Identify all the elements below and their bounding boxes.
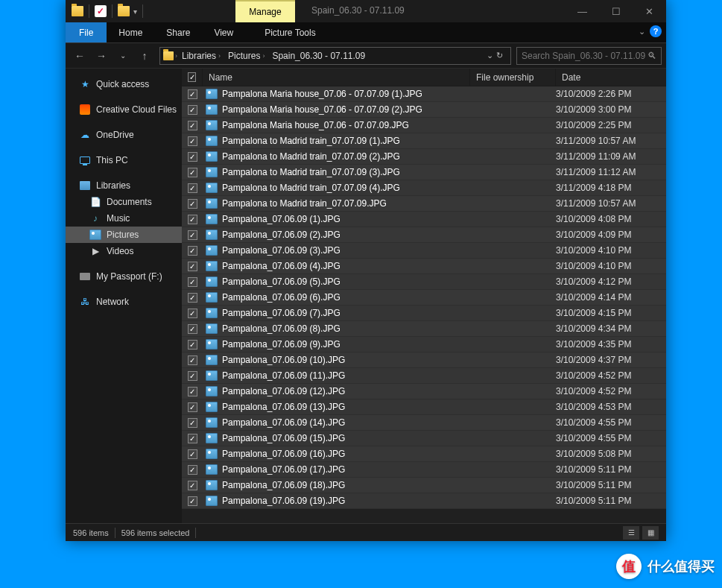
row-checkbox[interactable]: ✓ xyxy=(188,324,197,334)
chevron-right-icon[interactable]: › xyxy=(175,52,177,60)
thumbnails-view-button[interactable]: ▦ xyxy=(642,526,659,540)
file-menu[interactable]: File xyxy=(66,22,107,42)
row-checkbox[interactable]: ✓ xyxy=(188,89,197,99)
row-checkbox[interactable]: ✓ xyxy=(188,340,197,350)
file-row[interactable]: ✓Pampalona to Madrid train_07.07.09.JPG3… xyxy=(182,196,666,212)
sidebar-this-pc[interactable]: This PC xyxy=(66,152,182,168)
row-checkbox[interactable]: ✓ xyxy=(188,246,197,256)
chevron-down-icon[interactable]: ▾ xyxy=(133,7,137,16)
row-checkbox[interactable]: ✓ xyxy=(188,121,197,130)
row-checkbox[interactable]: ✓ xyxy=(188,215,197,224)
search-input[interactable] xyxy=(522,51,647,61)
details-view-button[interactable]: ☰ xyxy=(623,526,639,540)
file-row[interactable]: ✓Pampalona to Madrid train_07.07.09 (3).… xyxy=(182,165,666,180)
row-checkbox[interactable]: ✓ xyxy=(188,481,197,490)
row-checkbox[interactable]: ✓ xyxy=(188,136,197,146)
breadcrumb-libraries[interactable]: Libraries› xyxy=(179,51,224,61)
breadcrumb-pictures[interactable]: Pictures› xyxy=(225,51,267,61)
file-row[interactable]: ✓Pampalona_07.06.09 (9).JPG3/10/2009 4:3… xyxy=(182,337,666,353)
file-row[interactable]: ✓Pampalona to Madrid train_07.07.09 (1).… xyxy=(182,133,666,149)
back-button[interactable]: ← xyxy=(70,46,89,66)
file-row[interactable]: ✓Pampalona to Madrid train_07.07.09 (2).… xyxy=(182,149,666,165)
select-all-checkbox[interactable]: ✓ xyxy=(188,72,196,82)
file-row[interactable]: ✓Pampalona_07.06.09 (18).JPG3/10/2009 5:… xyxy=(182,478,666,493)
column-ownership[interactable]: File ownership xyxy=(470,69,556,86)
file-row[interactable]: ✓Pampalona Maria house_07.06 - 07.07.09.… xyxy=(182,118,666,133)
file-row[interactable]: ✓Pampalona_07.06.09 (11).JPG3/10/2009 4:… xyxy=(182,368,666,384)
row-checkbox[interactable]: ✓ xyxy=(188,434,197,443)
titlebar[interactable]: ✓ ▾ Manage Spain_06.30 - 07.11.09 — ☐ ✕ xyxy=(66,0,666,22)
sidebar-videos[interactable]: ▶Videos xyxy=(66,243,182,259)
sidebar-music[interactable]: ♪Music xyxy=(66,210,182,227)
sidebar-pictures[interactable]: Pictures xyxy=(66,227,182,243)
file-list[interactable]: ✓Pampalona Maria house_07.06 - 07.07.09 … xyxy=(182,86,666,523)
row-checkbox[interactable]: ✓ xyxy=(188,449,197,459)
up-button[interactable]: ↑ xyxy=(135,46,154,66)
tab-home[interactable]: Home xyxy=(107,22,154,42)
file-row[interactable]: ✓Pampalona_07.06.09 (16).JPG3/10/2009 5:… xyxy=(182,446,666,462)
file-row[interactable]: ✓Pampalona_07.06.09 (4).JPG3/10/2009 4:1… xyxy=(182,259,666,274)
row-checkbox[interactable]: ✓ xyxy=(188,105,197,115)
file-row[interactable]: ✓Pampalona_07.06.09 (13).JPG3/10/2009 4:… xyxy=(182,399,666,415)
row-checkbox[interactable]: ✓ xyxy=(188,309,197,318)
sidebar-my-passport[interactable]: My Passport (F:) xyxy=(66,268,182,285)
sidebar-quick-access[interactable]: ★Quick access xyxy=(66,76,182,92)
history-dropdown-icon[interactable]: ⌄ xyxy=(487,51,493,60)
row-checkbox[interactable]: ✓ xyxy=(188,496,197,506)
row-checkbox[interactable]: ✓ xyxy=(188,262,197,271)
file-row[interactable]: ✓Pampalona_07.06.09 (12).JPG3/10/2009 4:… xyxy=(182,384,666,399)
sidebar-libraries[interactable]: Libraries xyxy=(66,177,182,194)
file-row[interactable]: ✓Pampalona_07.06.09 (5).JPG3/10/2009 4:1… xyxy=(182,274,666,290)
address-bar[interactable]: › Libraries› Pictures› Spain_06.30 - 07.… xyxy=(159,47,511,65)
row-checkbox[interactable]: ✓ xyxy=(188,418,197,428)
breadcrumb-current[interactable]: Spain_06.30 - 07.11.09 xyxy=(269,51,368,61)
sidebar-onedrive[interactable]: ☁OneDrive xyxy=(66,127,182,143)
column-date[interactable]: Date xyxy=(556,69,666,86)
row-checkbox[interactable]: ✓ xyxy=(188,465,197,475)
row-checkbox[interactable]: ✓ xyxy=(188,199,197,209)
forward-button[interactable]: → xyxy=(92,46,111,66)
close-button[interactable]: ✕ xyxy=(633,0,666,22)
tab-view[interactable]: View xyxy=(202,22,245,42)
navigation-pane[interactable]: ★Quick access Creative Cloud Files ☁OneD… xyxy=(66,69,182,523)
refresh-icon[interactable]: ↻ xyxy=(496,51,503,60)
file-row[interactable]: ✓Pampalona_07.06.09 (1).JPG3/10/2009 4:0… xyxy=(182,212,666,227)
file-row[interactable]: ✓Pampalona_07.06.09 (17).JPG3/10/2009 5:… xyxy=(182,462,666,478)
file-row[interactable]: ✓Pampalona_07.06.09 (6).JPG3/10/2009 4:1… xyxy=(182,290,666,306)
row-checkbox[interactable]: ✓ xyxy=(188,402,197,412)
column-checkbox[interactable]: ✓ xyxy=(182,69,203,86)
file-row[interactable]: ✓Pampalona Maria house_07.06 - 07.07.09 … xyxy=(182,102,666,118)
search-box[interactable]: 🔍︎ xyxy=(516,47,662,65)
tab-share[interactable]: Share xyxy=(154,22,202,42)
row-checkbox[interactable]: ✓ xyxy=(188,387,197,396)
sidebar-creative-cloud[interactable]: Creative Cloud Files xyxy=(66,101,182,118)
file-row[interactable]: ✓Pampalona_07.06.09 (2).JPG3/10/2009 4:0… xyxy=(182,227,666,243)
search-icon[interactable]: 🔍︎ xyxy=(647,51,656,61)
row-checkbox[interactable]: ✓ xyxy=(188,371,197,381)
file-row[interactable]: ✓Pampalona_07.06.09 (14).JPG3/10/2009 4:… xyxy=(182,415,666,431)
row-checkbox[interactable]: ✓ xyxy=(188,277,197,287)
file-row[interactable]: ✓Pampalona_07.06.09 (8).JPG3/10/2009 4:3… xyxy=(182,321,666,337)
sidebar-documents[interactable]: 📄Documents xyxy=(66,194,182,210)
maximize-button[interactable]: ☐ xyxy=(599,0,633,22)
row-checkbox[interactable]: ✓ xyxy=(188,183,197,193)
minimize-button[interactable]: — xyxy=(566,0,599,22)
expand-ribbon-icon[interactable]: ⌄ xyxy=(639,27,645,37)
sidebar-network[interactable]: 🖧Network xyxy=(66,294,182,310)
new-folder-icon[interactable] xyxy=(118,6,130,16)
file-row[interactable]: ✓Pampalona_07.06.09 (7).JPG3/10/2009 4:1… xyxy=(182,306,666,321)
row-checkbox[interactable]: ✓ xyxy=(188,168,197,177)
row-checkbox[interactable]: ✓ xyxy=(188,355,197,365)
row-checkbox[interactable]: ✓ xyxy=(188,293,197,303)
properties-icon[interactable]: ✓ xyxy=(95,5,107,17)
file-row[interactable]: ✓Pampalona Maria house_07.06 - 07.07.09 … xyxy=(182,86,666,102)
file-row[interactable]: ✓Pampalona_07.06.09 (19).JPG3/10/2009 5:… xyxy=(182,493,666,509)
row-checkbox[interactable]: ✓ xyxy=(188,230,197,240)
file-row[interactable]: ✓Pampalona to Madrid train_07.07.09 (4).… xyxy=(182,180,666,196)
file-row[interactable]: ✓Pampalona_07.06.09 (10).JPG3/10/2009 4:… xyxy=(182,353,666,368)
tab-picture-tools[interactable]: Picture Tools xyxy=(253,22,327,42)
help-icon[interactable]: ? xyxy=(650,25,662,37)
file-row[interactable]: ✓Pampalona_07.06.09 (15).JPG3/10/2009 4:… xyxy=(182,431,666,446)
contextual-tab-manage[interactable]: Manage xyxy=(235,0,295,22)
row-checkbox[interactable]: ✓ xyxy=(188,152,197,162)
